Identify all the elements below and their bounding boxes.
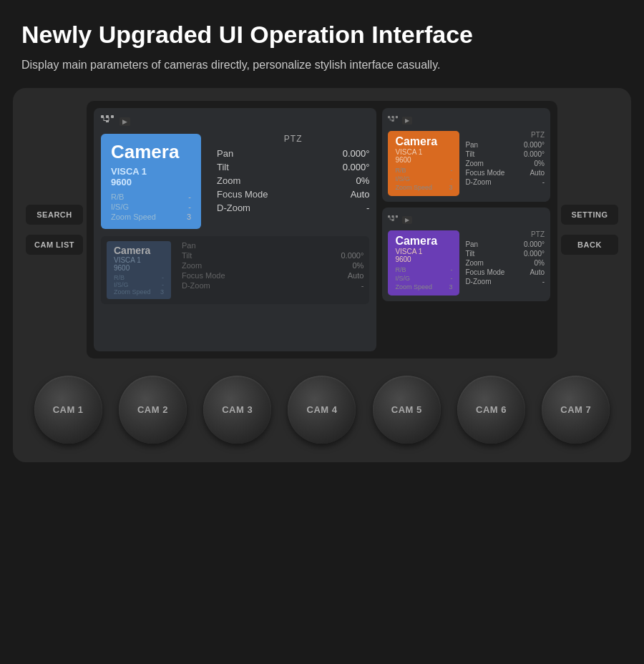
record-icon: ▶ — [119, 117, 130, 126]
top-right-panel: ▶ Camera VISCA 1 9600 R/B- I/S/G- Zoom S… — [382, 108, 550, 202]
dzoom-val: - — [366, 202, 369, 213]
partial-baud: 9600 — [114, 264, 164, 272]
left-side-buttons: SEARCH CAM LIST — [26, 205, 83, 255]
main-camera-panel: ▶ Camera VISCA 1 9600 R/B - — [94, 108, 376, 351]
svg-rect-0 — [101, 115, 104, 118]
br-isg-label: I/S/G — [395, 275, 410, 282]
svg-rect-4 — [109, 117, 109, 120]
bottom-right-panel: ▶ Camera VISCA 1 9600 R/B- I/S/G- Zoom S… — [382, 208, 550, 301]
bottom-right-network-icon — [388, 213, 398, 226]
bottom-right-panel-header: ▶ — [388, 213, 545, 226]
cam4-button[interactable]: CAM 4 — [288, 376, 356, 444]
top-right-panel-header: ▶ — [388, 114, 545, 127]
top-right-camera-row: Camera VISCA 1 9600 R/B- I/S/G- Zoom Spe… — [388, 131, 545, 196]
cam5-button[interactable]: CAM 5 — [373, 376, 441, 444]
bottom-right-record-icon: ▶ — [402, 216, 412, 224]
pan-val: 0.000° — [343, 148, 370, 159]
bottom-right-cam-box: Camera VISCA 1 9600 R/B- I/S/G- Zoom Spe… — [388, 230, 459, 296]
zoom-val: 0% — [356, 175, 370, 186]
setting-button[interactable]: SETTING — [561, 205, 618, 225]
bottom-right-camera-row: Camera VISCA 1 9600 R/B- I/S/G- Zoom Spe… — [388, 230, 545, 296]
cam1-button[interactable]: CAM 1 — [34, 376, 102, 444]
top-section: Newly Upgraded UI Operation Interface Di… — [0, 0, 644, 88]
back-button[interactable]: BACK — [561, 235, 618, 255]
zoom-label: Zoom — [217, 175, 240, 186]
screen-container: SEARCH CAM LIST SETTING BACK — [87, 101, 557, 358]
right-side-buttons: SETTING BACK — [561, 205, 618, 255]
rb-label: R/B — [111, 192, 124, 201]
info-rows: R/B - I/S/G - Zoom Speed 3 — [111, 192, 191, 222]
screen-area: ▶ Camera VISCA 1 9600 R/B - — [87, 101, 557, 358]
svg-rect-11 — [394, 118, 395, 120]
cam2-label: CAM 2 — [137, 404, 168, 416]
isg-row: I/S/G - — [111, 202, 191, 212]
pan-label: Pan — [217, 148, 233, 159]
svg-rect-18 — [394, 218, 395, 220]
svg-rect-15 — [392, 215, 394, 218]
zspeed-val: 3 — [187, 213, 191, 221]
camera-label: Camera — [111, 141, 191, 163]
svg-rect-20 — [392, 220, 394, 221]
zspeed-label: Zoom Speed — [111, 213, 156, 221]
focus-label: Focus Mode — [217, 189, 268, 200]
svg-rect-14 — [388, 215, 390, 218]
tr-isg-label: I/S/G — [395, 175, 410, 182]
top-right-record-icon: ▶ — [402, 117, 412, 125]
svg-rect-17 — [390, 218, 391, 220]
focus-val: Auto — [351, 189, 370, 200]
focus-row: Focus Mode Auto — [217, 189, 369, 200]
cam3-button[interactable]: CAM 3 — [203, 376, 271, 444]
camlist-button[interactable]: CAM LIST — [26, 235, 83, 255]
pan-row: Pan 0.000° — [217, 148, 369, 159]
bottom-right-cam-label: Camera — [395, 235, 452, 248]
search-button[interactable]: SEARCH — [26, 205, 83, 225]
svg-rect-3 — [104, 117, 104, 120]
bottom-right-ptz-block: PTZ Pan0.000° Tilt0.000° Zoom0% Focus Mo… — [465, 230, 545, 296]
svg-rect-6 — [106, 120, 109, 122]
svg-rect-16 — [396, 215, 398, 218]
partial-bottom-panel: Camera VISCA 1 9600 R/B- I/S/G- Zoom Spe… — [101, 236, 369, 304]
cam6-button[interactable]: CAM 6 — [457, 376, 525, 444]
device-body: SEARCH CAM LIST SETTING BACK — [13, 88, 631, 462]
zoom-row: Zoom 0% — [217, 175, 369, 186]
page-subtitle: Display main parameters of cameras direc… — [21, 57, 623, 74]
zspeed-row: Zoom Speed 3 — [111, 212, 191, 222]
svg-rect-13 — [392, 120, 394, 122]
ptz-title: PTZ — [217, 134, 369, 144]
top-right-ptz-title: PTZ — [465, 131, 545, 139]
svg-rect-9 — [396, 116, 398, 118]
page-title: Newly Upgraded UI Operation Interface — [21, 21, 623, 48]
network-icon — [101, 115, 114, 128]
partial-visca: VISCA 1 — [114, 256, 164, 264]
cam7-button[interactable]: CAM 7 — [542, 376, 610, 444]
top-right-cam-box: Camera VISCA 1 9600 R/B- I/S/G- Zoom Spe… — [388, 131, 459, 196]
top-right-network-icon — [388, 114, 398, 127]
bottom-right-visca: VISCA 1 — [395, 248, 452, 255]
visca-label: VISCA 1 — [111, 166, 191, 177]
tr-rb-label: R/B — [395, 167, 406, 174]
svg-rect-1 — [106, 115, 109, 118]
main-panel-header: ▶ — [101, 115, 369, 128]
ptz-block: PTZ Pan 0.000° Tilt 0.000° Zoom 0% — [210, 134, 369, 229]
top-right-cam-label: Camera — [395, 135, 452, 148]
main-content-row: Camera VISCA 1 9600 R/B - I/S/G - — [101, 134, 369, 229]
cam5-label: CAM 5 — [391, 404, 422, 416]
cam6-label: CAM 6 — [476, 404, 507, 416]
isg-val: - — [188, 202, 191, 211]
partial-camera-label: Camera — [114, 245, 164, 256]
br-rb-label: R/B — [395, 266, 406, 273]
tilt-label: Tilt — [217, 162, 229, 172]
tr-zspeed-label: Zoom Speed — [395, 184, 432, 191]
cam7-label: CAM 7 — [560, 404, 591, 416]
dzoom-label: D-Zoom — [217, 202, 250, 213]
cam3-label: CAM 3 — [222, 404, 253, 416]
svg-rect-2 — [111, 115, 114, 118]
isg-label: I/S/G — [111, 202, 129, 211]
svg-rect-10 — [390, 118, 391, 120]
top-right-visca: VISCA 1 — [395, 148, 452, 156]
cam2-button[interactable]: CAM 2 — [119, 376, 187, 444]
baud-label: 9600 — [111, 177, 191, 187]
br-zspeed-label: Zoom Speed — [395, 283, 432, 290]
right-panels: ▶ Camera VISCA 1 9600 R/B- I/S/G- Zoom S… — [382, 108, 550, 351]
bottom-right-baud: 9600 — [395, 255, 452, 263]
